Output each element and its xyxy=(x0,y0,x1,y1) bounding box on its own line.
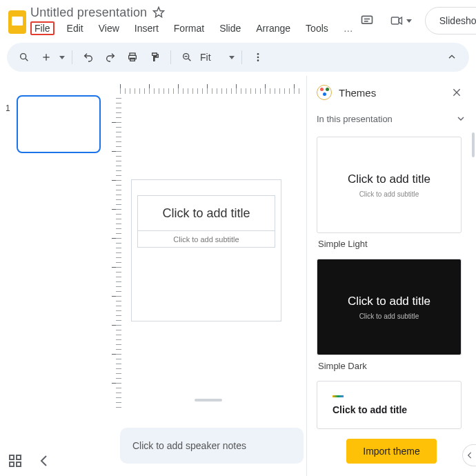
menu-edit[interactable]: Edit xyxy=(64,21,86,35)
menu-tools[interactable]: Tools xyxy=(303,21,331,35)
new-slide-button[interactable] xyxy=(37,48,55,66)
chevron-down-icon[interactable] xyxy=(59,56,65,59)
close-icon[interactable] xyxy=(447,83,466,102)
document-title[interactable]: Untitled presentation xyxy=(30,6,147,20)
theme-preview-title: Click to add title xyxy=(333,404,407,415)
title-placeholder[interactable]: Click to add title xyxy=(137,195,275,231)
themes-panel: Themes In this presentation Click to add… xyxy=(306,76,476,476)
slide-thumbnail-panel: 1 xyxy=(0,76,110,476)
meet-icon[interactable] xyxy=(388,10,415,32)
svg-point-20 xyxy=(257,57,259,59)
theme-preview-title: Click to add title xyxy=(348,172,430,186)
theme-card-simple-light[interactable]: Click to add title Click to add subtitle xyxy=(317,137,462,233)
svg-rect-27 xyxy=(17,462,21,466)
divider xyxy=(170,50,171,64)
paint-format-button[interactable] xyxy=(146,48,163,66)
slideshow-button[interactable]: Slideshow xyxy=(426,15,476,26)
search-icon[interactable] xyxy=(15,48,33,66)
svg-rect-15 xyxy=(130,58,135,61)
chevron-down-icon xyxy=(455,113,466,124)
zoom-label: Fit xyxy=(200,52,211,63)
more-tools-icon[interactable] xyxy=(249,48,267,66)
comments-icon[interactable] xyxy=(356,10,378,32)
chevron-down-icon xyxy=(229,56,235,59)
import-theme-button[interactable]: Import theme xyxy=(346,439,436,464)
slide-canvas[interactable]: Click to add title Click to add subtitle xyxy=(131,179,281,321)
theme-preview-subtitle: Click to add subtitle xyxy=(359,313,419,320)
undo-button[interactable] xyxy=(79,48,97,66)
divider xyxy=(241,50,242,64)
theme-card-3[interactable]: Click to add title xyxy=(317,381,462,429)
menu-view[interactable]: View xyxy=(96,21,122,35)
menu-more[interactable]: … xyxy=(341,21,356,35)
menu-file[interactable]: File xyxy=(30,21,54,35)
subtitle-placeholder[interactable]: Click to add subtitle xyxy=(137,231,275,248)
resize-grip[interactable] xyxy=(195,399,222,401)
theme-name: Simple Light xyxy=(318,239,466,249)
vertical-ruler xyxy=(109,94,121,411)
menu-slide[interactable]: Slide xyxy=(217,21,244,35)
menubar: File Edit View Insert Format Slide Arran… xyxy=(30,21,356,35)
chevron-left-icon[interactable] xyxy=(36,453,52,469)
speaker-notes[interactable]: Click to add speaker notes xyxy=(120,428,304,464)
svg-line-17 xyxy=(188,59,190,61)
palette-icon xyxy=(317,85,332,100)
menu-insert[interactable]: Insert xyxy=(132,21,161,35)
scrollbar[interactable] xyxy=(472,132,475,157)
svg-point-19 xyxy=(257,53,259,55)
theme-card-simple-dark[interactable]: Click to add title Click to add subtitle xyxy=(317,259,462,355)
collapse-toolbar-icon[interactable] xyxy=(443,48,461,66)
canvas-area: Click to add title Click to add subtitle… xyxy=(110,76,306,476)
themes-section-toggle[interactable]: In this presentation xyxy=(307,106,476,127)
svg-rect-26 xyxy=(10,462,14,466)
slides-logo[interactable] xyxy=(8,11,26,33)
themes-title: Themes xyxy=(339,87,376,99)
zoom-dropdown[interactable]: Fit xyxy=(200,52,235,63)
svg-point-21 xyxy=(257,59,259,61)
accent-bar xyxy=(333,395,344,397)
theme-name: Simple Dark xyxy=(318,361,466,371)
divider xyxy=(72,50,72,64)
horizontal-ruler xyxy=(120,81,304,94)
zoom-out-icon[interactable] xyxy=(178,48,196,66)
menu-format[interactable]: Format xyxy=(171,21,207,35)
themes-section-label: In this presentation xyxy=(317,114,393,124)
toolbar: Fit xyxy=(7,43,469,72)
slide-thumbnail-1[interactable] xyxy=(17,95,101,153)
grid-view-icon[interactable] xyxy=(7,453,23,469)
menu-arrange[interactable]: Arrange xyxy=(253,21,293,35)
slide-number: 1 xyxy=(6,103,12,153)
star-icon[interactable] xyxy=(152,6,165,19)
redo-button[interactable] xyxy=(101,48,119,66)
theme-preview-subtitle: Click to add subtitle xyxy=(359,190,419,198)
svg-rect-4 xyxy=(392,17,399,24)
slideshow-pill: Slideshow xyxy=(425,7,476,34)
theme-preview-title: Click to add title xyxy=(348,295,430,308)
chevron-down-icon xyxy=(406,19,412,23)
svg-rect-24 xyxy=(10,455,14,459)
svg-point-9 xyxy=(21,54,26,59)
svg-rect-25 xyxy=(17,455,21,459)
svg-line-10 xyxy=(26,59,28,61)
print-button[interactable] xyxy=(123,48,141,66)
svg-rect-1 xyxy=(361,16,372,23)
svg-marker-0 xyxy=(154,8,164,17)
